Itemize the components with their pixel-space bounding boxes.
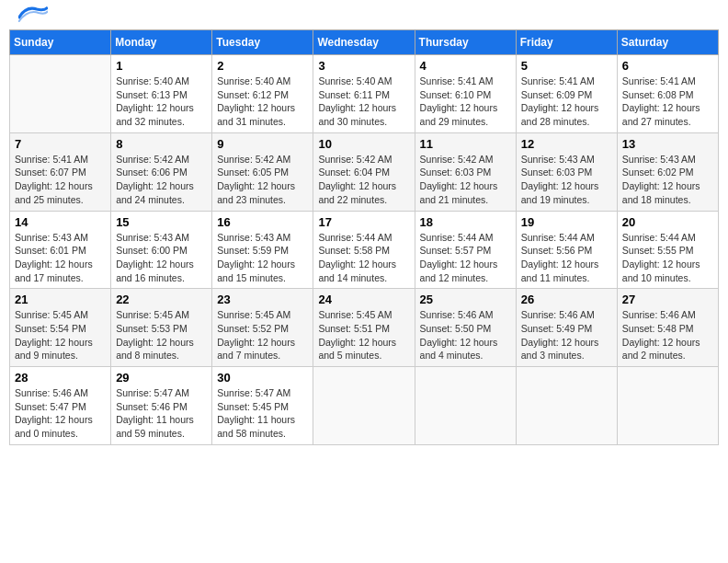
day-number: 19	[521, 215, 612, 229]
day-info: Sunrise: 5:41 AM Sunset: 6:10 PM Dayligh…	[420, 75, 511, 129]
day-cell: 27Sunrise: 5:46 AM Sunset: 5:48 PM Dayli…	[617, 289, 718, 367]
weekday-header-sunday: Sunday	[10, 30, 111, 55]
day-cell: 26Sunrise: 5:46 AM Sunset: 5:49 PM Dayli…	[516, 289, 617, 367]
day-info: Sunrise: 5:46 AM Sunset: 5:49 PM Dayligh…	[521, 308, 612, 362]
weekday-header-friday: Friday	[516, 30, 617, 55]
week-row-5: 28Sunrise: 5:46 AM Sunset: 5:47 PM Dayli…	[10, 367, 719, 445]
day-cell: 20Sunrise: 5:44 AM Sunset: 5:55 PM Dayli…	[617, 211, 718, 289]
day-info: Sunrise: 5:42 AM Sunset: 6:04 PM Dayligh…	[318, 153, 409, 207]
day-cell: 15Sunrise: 5:43 AM Sunset: 6:00 PM Dayli…	[111, 211, 212, 289]
day-number: 29	[116, 371, 207, 385]
weekday-header-saturday: Saturday	[617, 30, 718, 55]
page-header	[9, 9, 719, 22]
day-cell	[415, 367, 516, 445]
day-cell: 6Sunrise: 5:41 AM Sunset: 6:08 PM Daylig…	[617, 55, 718, 133]
day-number: 2	[217, 59, 308, 73]
week-row-2: 7Sunrise: 5:41 AM Sunset: 6:07 PM Daylig…	[10, 132, 719, 211]
day-number: 20	[622, 215, 713, 229]
day-cell: 29Sunrise: 5:47 AM Sunset: 5:46 PM Dayli…	[111, 367, 212, 445]
day-info: Sunrise: 5:47 AM Sunset: 5:46 PM Dayligh…	[116, 386, 207, 441]
day-number: 15	[116, 215, 207, 229]
weekday-header-row: SundayMondayTuesdayWednesdayThursdayFrid…	[10, 30, 719, 55]
day-info: Sunrise: 5:41 AM Sunset: 6:08 PM Dayligh…	[622, 75, 713, 129]
day-info: Sunrise: 5:43 AM Sunset: 5:59 PM Dayligh…	[217, 231, 308, 285]
day-info: Sunrise: 5:43 AM Sunset: 6:02 PM Dayligh…	[622, 153, 713, 207]
day-cell: 4Sunrise: 5:41 AM Sunset: 6:10 PM Daylig…	[415, 55, 516, 133]
week-row-1: 1Sunrise: 5:40 AM Sunset: 6:13 PM Daylig…	[10, 55, 719, 133]
day-cell: 8Sunrise: 5:42 AM Sunset: 6:06 PM Daylig…	[111, 132, 212, 211]
day-cell: 18Sunrise: 5:44 AM Sunset: 5:57 PM Dayli…	[415, 211, 516, 289]
day-cell: 2Sunrise: 5:40 AM Sunset: 6:12 PM Daylig…	[212, 55, 313, 133]
day-info: Sunrise: 5:40 AM Sunset: 6:13 PM Dayligh…	[116, 75, 207, 129]
day-cell	[516, 367, 617, 445]
day-number: 23	[217, 293, 308, 306]
day-cell: 30Sunrise: 5:47 AM Sunset: 5:45 PM Dayli…	[212, 367, 313, 445]
day-info: Sunrise: 5:46 AM Sunset: 5:50 PM Dayligh…	[420, 308, 511, 362]
day-number: 21	[15, 293, 106, 306]
day-number: 10	[318, 137, 409, 151]
day-number: 3	[318, 59, 409, 73]
day-info: Sunrise: 5:45 AM Sunset: 5:53 PM Dayligh…	[116, 308, 207, 362]
day-cell: 7Sunrise: 5:41 AM Sunset: 6:07 PM Daylig…	[10, 132, 111, 211]
day-cell: 16Sunrise: 5:43 AM Sunset: 5:59 PM Dayli…	[212, 211, 313, 289]
day-number: 30	[217, 371, 308, 385]
day-number: 28	[15, 371, 106, 385]
day-number: 13	[622, 137, 713, 151]
day-cell: 1Sunrise: 5:40 AM Sunset: 6:13 PM Daylig…	[111, 55, 212, 133]
weekday-header-monday: Monday	[111, 30, 212, 55]
day-cell: 12Sunrise: 5:43 AM Sunset: 6:03 PM Dayli…	[516, 132, 617, 211]
day-cell: 10Sunrise: 5:42 AM Sunset: 6:04 PM Dayli…	[313, 132, 415, 211]
day-number: 17	[318, 215, 409, 229]
day-info: Sunrise: 5:46 AM Sunset: 5:48 PM Dayligh…	[622, 308, 713, 362]
day-cell: 11Sunrise: 5:42 AM Sunset: 6:03 PM Dayli…	[415, 132, 516, 211]
day-info: Sunrise: 5:43 AM Sunset: 6:00 PM Dayligh…	[116, 231, 207, 285]
day-number: 9	[217, 137, 308, 151]
day-cell: 19Sunrise: 5:44 AM Sunset: 5:56 PM Dayli…	[516, 211, 617, 289]
weekday-header-thursday: Thursday	[415, 30, 516, 55]
day-cell: 28Sunrise: 5:46 AM Sunset: 5:47 PM Dayli…	[10, 367, 111, 445]
day-number: 27	[622, 293, 713, 306]
day-number: 5	[521, 59, 612, 73]
week-row-3: 14Sunrise: 5:43 AM Sunset: 6:01 PM Dayli…	[10, 211, 719, 289]
day-info: Sunrise: 5:47 AM Sunset: 5:45 PM Dayligh…	[217, 386, 308, 441]
day-info: Sunrise: 5:43 AM Sunset: 6:03 PM Dayligh…	[521, 153, 612, 207]
day-cell: 25Sunrise: 5:46 AM Sunset: 5:50 PM Dayli…	[415, 289, 516, 367]
day-cell: 23Sunrise: 5:45 AM Sunset: 5:52 PM Dayli…	[212, 289, 313, 367]
day-number: 11	[420, 137, 511, 151]
logo	[17, 9, 48, 22]
day-cell: 17Sunrise: 5:44 AM Sunset: 5:58 PM Dayli…	[313, 211, 415, 289]
day-number: 22	[116, 293, 207, 306]
day-info: Sunrise: 5:40 AM Sunset: 6:12 PM Dayligh…	[217, 75, 308, 129]
day-info: Sunrise: 5:44 AM Sunset: 5:55 PM Dayligh…	[622, 231, 713, 285]
day-number: 12	[521, 137, 612, 151]
day-cell: 13Sunrise: 5:43 AM Sunset: 6:02 PM Dayli…	[617, 132, 718, 211]
day-cell	[10, 55, 111, 133]
calendar-table: SundayMondayTuesdayWednesdayThursdayFrid…	[9, 29, 719, 445]
day-cell: 14Sunrise: 5:43 AM Sunset: 6:01 PM Dayli…	[10, 211, 111, 289]
day-number: 14	[15, 215, 106, 229]
day-cell: 5Sunrise: 5:41 AM Sunset: 6:09 PM Daylig…	[516, 55, 617, 133]
day-info: Sunrise: 5:45 AM Sunset: 5:52 PM Dayligh…	[217, 308, 308, 362]
day-number: 24	[318, 293, 409, 306]
day-number: 18	[420, 215, 511, 229]
day-number: 4	[420, 59, 511, 73]
weekday-header-tuesday: Tuesday	[212, 30, 313, 55]
day-info: Sunrise: 5:42 AM Sunset: 6:03 PM Dayligh…	[420, 153, 511, 207]
day-info: Sunrise: 5:44 AM Sunset: 5:57 PM Dayligh…	[420, 231, 511, 285]
day-info: Sunrise: 5:44 AM Sunset: 5:58 PM Dayligh…	[318, 231, 409, 285]
day-cell: 22Sunrise: 5:45 AM Sunset: 5:53 PM Dayli…	[111, 289, 212, 367]
day-number: 26	[521, 293, 612, 306]
day-info: Sunrise: 5:42 AM Sunset: 6:05 PM Dayligh…	[217, 153, 308, 207]
weekday-header-wednesday: Wednesday	[313, 30, 415, 55]
day-cell: 24Sunrise: 5:45 AM Sunset: 5:51 PM Dayli…	[313, 289, 415, 367]
day-number: 1	[116, 59, 207, 73]
day-info: Sunrise: 5:46 AM Sunset: 5:47 PM Dayligh…	[15, 386, 106, 441]
day-number: 7	[15, 137, 106, 151]
day-cell: 9Sunrise: 5:42 AM Sunset: 6:05 PM Daylig…	[212, 132, 313, 211]
day-cell: 3Sunrise: 5:40 AM Sunset: 6:11 PM Daylig…	[313, 55, 415, 133]
day-info: Sunrise: 5:45 AM Sunset: 5:51 PM Dayligh…	[318, 308, 409, 362]
day-number: 6	[622, 59, 713, 73]
day-cell	[313, 367, 415, 445]
day-info: Sunrise: 5:41 AM Sunset: 6:07 PM Dayligh…	[15, 153, 106, 207]
day-info: Sunrise: 5:45 AM Sunset: 5:54 PM Dayligh…	[15, 308, 106, 362]
